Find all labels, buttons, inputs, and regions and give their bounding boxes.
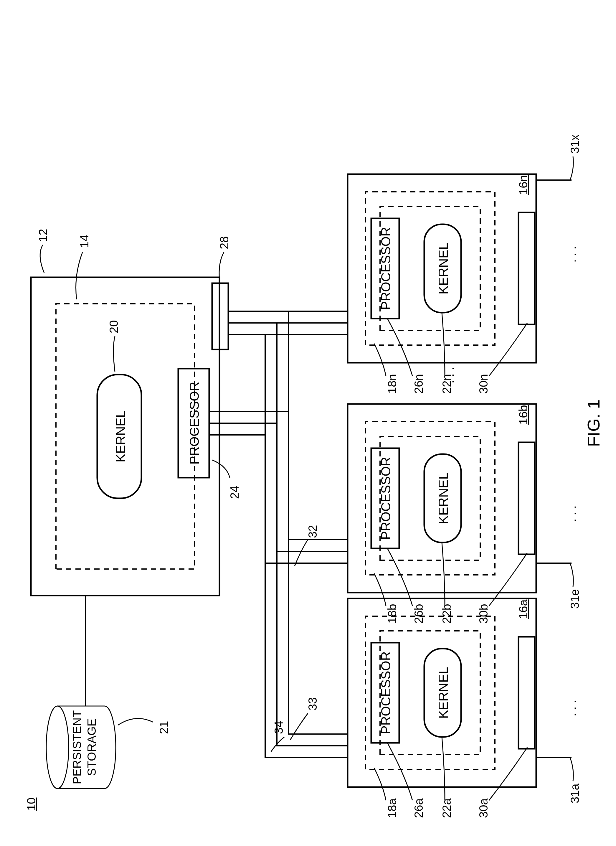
main-processor-label: PROCESSOR [187,382,201,464]
svg-rect-23 [518,442,535,554]
svg-text:KERNEL: KERNEL [436,472,450,524]
persistent-storage-line2: STORAGE [85,719,98,776]
figure-1: 10 PERSISTENT STORAGE 21 12 14 KE [0,0,616,846]
svg-text:KERNEL: KERNEL [436,667,450,719]
svg-text:31e: 31e [568,589,581,609]
svg-text:30b: 30b [477,604,490,624]
svg-text:. . .: . . . [565,700,578,716]
main-kernel-ref: 20 [107,320,120,333]
client-n: PROCESSOR KERNEL 16n 18n 26n 22n 30n 31x… [348,135,581,394]
svg-rect-38 [518,213,535,325]
persistent-storage: PERSISTENT STORAGE 21 [46,706,170,789]
client-a: PROCESSOR KERNEL 16a 18a 26a 22a 30a 31a… [348,598,581,818]
figure-caption: FIG. 1 [584,399,603,447]
bus-lines: 34 33 32 [209,311,348,758]
svg-text:18n: 18n [386,374,399,394]
bus33-ref: 33 [306,698,319,711]
main-processor-ref: 24 [228,486,241,499]
svg-rect-3 [380,631,480,755]
main-unit: 12 14 KERNEL 20 PROCESSOR 24 28 [31,229,241,596]
svg-text:16n: 16n [517,175,530,195]
svg-text:. . .: . . . [565,246,578,263]
svg-point-0 [46,706,69,789]
svg-text:PROCESSOR: PROCESSOR [378,457,393,539]
svg-text:30n: 30n [477,374,490,394]
svg-text:PROCESSOR: PROCESSOR [378,651,393,734]
svg-rect-33 [380,207,480,330]
svg-text:26n: 26n [412,374,425,394]
figure-ref: 10 [25,798,38,811]
svg-text:18a: 18a [386,798,399,818]
bus32-ref: 32 [306,525,319,538]
main-slave-ref: 28 [218,236,231,250]
svg-text:16a: 16a [517,599,530,619]
svg-rect-18 [380,436,480,560]
persistent-storage-ref: 21 [157,721,170,734]
persistent-storage-line1: PERSISTENT [70,710,84,784]
main-kernel-label: KERNEL [113,410,128,462]
svg-rect-8 [518,637,535,749]
main-dash-ref: 14 [78,235,91,248]
svg-text:22b: 22b [440,604,453,624]
svg-text:16b: 16b [517,405,530,424]
svg-text:31a: 31a [568,784,581,803]
svg-text:26b: 26b [412,604,425,624]
bus34-ref: 34 [272,721,285,734]
svg-text:18b: 18b [386,604,399,624]
svg-text:PROCESSOR: PROCESSOR [378,227,393,310]
svg-text:26a: 26a [412,798,425,818]
svg-text:22n: 22n [440,374,453,394]
svg-text:22a: 22a [440,798,453,818]
svg-text:KERNEL: KERNEL [436,242,450,294]
client-b: PROCESSOR KERNEL 16b 18b 26b 22b 30b 31e… [348,404,581,624]
main-box-ref: 12 [37,229,50,242]
svg-text:31x: 31x [568,135,581,154]
svg-text:30a: 30a [477,798,490,818]
svg-text:. . .: . . . [565,505,578,522]
